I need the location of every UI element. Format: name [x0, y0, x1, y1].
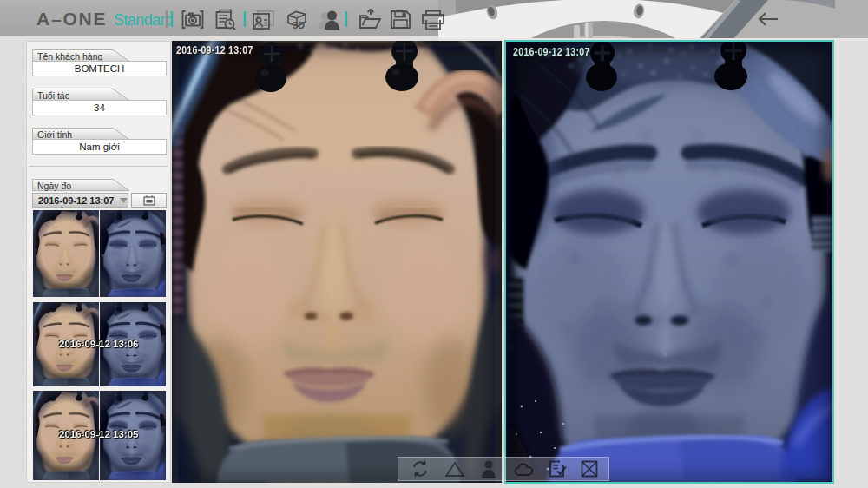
svg-text:3D: 3D — [293, 20, 305, 30]
